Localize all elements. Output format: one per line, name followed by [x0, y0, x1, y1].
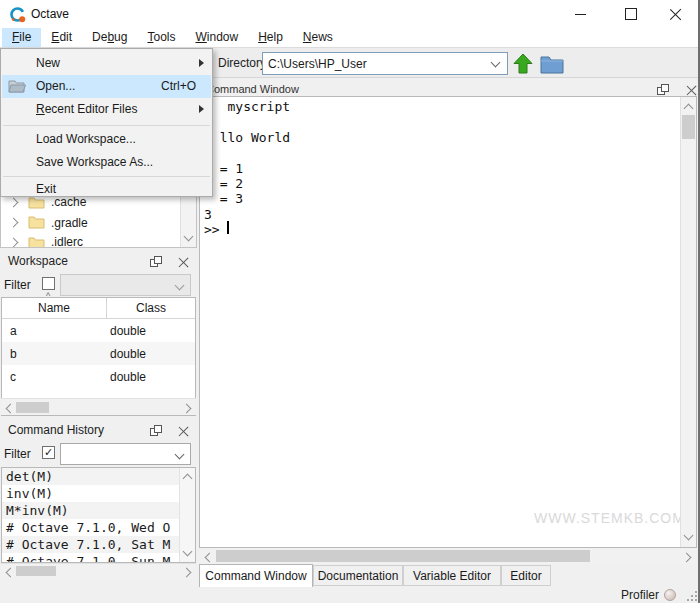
- resize-grip[interactable]: [687, 591, 697, 601]
- command-history-title: Command History: [8, 423, 104, 437]
- history-item[interactable]: det(M): [2, 468, 195, 485]
- command-history-undock-icon[interactable]: [150, 425, 162, 436]
- minimize-button[interactable]: [558, 0, 602, 28]
- command-window-vscrollbar[interactable]: [680, 97, 696, 547]
- menu-tools[interactable]: Tools: [137, 28, 185, 47]
- chevron-down-icon: [175, 450, 185, 460]
- scroll-left-icon[interactable]: [6, 568, 16, 578]
- directory-value: C:\Users\HP_User: [268, 57, 367, 71]
- var-class: double: [107, 342, 195, 365]
- table-row[interactable]: c double: [2, 365, 195, 388]
- column-header-class[interactable]: Class: [107, 298, 195, 318]
- close-button[interactable]: [655, 0, 697, 28]
- workspace-title: Workspace: [8, 254, 68, 268]
- command-window-close-icon[interactable]: [686, 85, 697, 96]
- workspace-filter-combobox[interactable]: [60, 274, 191, 296]
- scroll-right-icon[interactable]: [682, 553, 692, 563]
- menu-help[interactable]: Help: [248, 28, 293, 47]
- scroll-right-icon[interactable]: [182, 568, 192, 578]
- command-history-close-icon[interactable]: [178, 426, 189, 437]
- scroll-down-icon[interactable]: [183, 547, 193, 557]
- history-filter-checkbox[interactable]: ✓: [42, 446, 55, 459]
- table-row[interactable]: b double: [2, 342, 195, 365]
- folder-name: .idlerc: [51, 235, 83, 248]
- open-folder-icon: [8, 79, 28, 94]
- chevron-down-icon[interactable]: [491, 58, 501, 68]
- command-window-panel-title: Command Window: [206, 83, 299, 95]
- workspace-filter-label: Filter: [4, 278, 31, 292]
- history-item[interactable]: inv(M): [2, 485, 195, 502]
- file-browser-item-gradle[interactable]: .gradle: [1, 212, 179, 232]
- browse-directory-button[interactable]: [539, 53, 565, 75]
- command-window-hscrollbar[interactable]: [200, 548, 696, 564]
- history-item[interactable]: # Octave 7.1.0, Sun M: [2, 553, 195, 563]
- history-filter-combobox[interactable]: [60, 443, 191, 465]
- tab-command-window[interactable]: Command Window: [199, 564, 313, 587]
- expand-chevron-icon[interactable]: [9, 218, 19, 228]
- history-item[interactable]: # Octave 7.1.0, Wed O: [2, 519, 195, 536]
- command-window-undock-icon[interactable]: [657, 84, 669, 95]
- check-icon: ✓: [44, 446, 53, 458]
- var-name: c: [2, 365, 107, 388]
- menu-news[interactable]: News: [293, 28, 343, 47]
- menu-item-load-workspace[interactable]: Load Workspace...: [2, 128, 211, 151]
- octave-logo-icon: [9, 6, 26, 23]
- submenu-arrow-icon: [199, 59, 204, 67]
- history-vscrollbar[interactable]: [179, 468, 195, 562]
- folder-name: .gradle: [51, 216, 88, 230]
- history-item[interactable]: # Octave 7.1.0, Sat M: [2, 536, 195, 553]
- column-header-name[interactable]: Name: [2, 298, 107, 318]
- workspace-filter-checkbox[interactable]: [42, 277, 55, 290]
- scroll-up-icon[interactable]: [684, 104, 694, 114]
- workspace-undock-icon[interactable]: [150, 256, 162, 267]
- one-directory-up-button[interactable]: [512, 52, 534, 76]
- window-title: Octave: [31, 7, 69, 21]
- scroll-down-icon[interactable]: [184, 232, 194, 242]
- tab-editor[interactable]: Editor: [501, 565, 551, 586]
- scroll-up-icon[interactable]: [183, 474, 193, 484]
- file-browser-item-idlerc[interactable]: .idlerc: [1, 232, 179, 248]
- menu-item-recent-editor-files[interactable]: Recent Editor Files: [2, 98, 211, 121]
- scroll-right-icon[interactable]: [182, 404, 192, 414]
- scroll-left-icon[interactable]: [205, 553, 215, 563]
- history-hscrollbar[interactable]: [1, 563, 196, 578]
- workspace-close-icon[interactable]: [178, 257, 189, 268]
- folder-icon: [28, 195, 45, 209]
- tab-variable-editor[interactable]: Variable Editor: [403, 565, 501, 586]
- scroll-left-icon[interactable]: [6, 404, 16, 414]
- command-window-text[interactable]: myscript llo World = 1 = 2 = 3 3 >>: [204, 99, 290, 238]
- profiler-status-icon[interactable]: [664, 589, 676, 601]
- folder-name: .cache: [51, 195, 86, 209]
- minimize-icon: [575, 14, 586, 15]
- expand-chevron-icon[interactable]: [9, 238, 19, 248]
- scroll-down-icon[interactable]: [684, 531, 694, 541]
- menu-item-exit[interactable]: Exit: [2, 178, 211, 197]
- menu-separator: [3, 176, 210, 177]
- watermark: WWW.STEMKB.COM: [534, 510, 685, 526]
- maximize-icon: [625, 8, 637, 20]
- folder-icon: [28, 235, 45, 248]
- maximize-button[interactable]: [609, 0, 653, 28]
- menu-item-open[interactable]: Open... Ctrl+O: [2, 75, 211, 98]
- text-cursor: [227, 221, 229, 234]
- menu-item-save-workspace-as[interactable]: Save Workspace As...: [2, 151, 211, 174]
- workspace-hscrollbar[interactable]: [1, 398, 196, 415]
- menu-edit[interactable]: Edit: [41, 28, 82, 47]
- var-class: double: [107, 365, 195, 388]
- menu-file[interactable]: File: [2, 28, 41, 47]
- tab-documentation[interactable]: Documentation: [313, 565, 403, 586]
- menu-separator: [3, 125, 210, 126]
- menu-item-new[interactable]: New: [2, 52, 211, 75]
- file-menu-popup: New Open... Ctrl+O Recent Editor Files L…: [0, 48, 213, 197]
- chevron-down-icon: [175, 281, 185, 291]
- var-class: double: [107, 319, 195, 342]
- directory-combobox[interactable]: C:\Users\HP_User: [262, 52, 508, 75]
- expand-chevron-icon[interactable]: [9, 198, 19, 208]
- history-item[interactable]: M*inv(M): [2, 502, 195, 519]
- profiler-label: Profiler: [621, 588, 659, 602]
- menu-debug[interactable]: Debug: [82, 28, 137, 47]
- table-row[interactable]: a double: [2, 319, 195, 342]
- menu-bar: File Edit Debug Tools Window Help News: [0, 28, 698, 47]
- folder-icon: [28, 214, 45, 229]
- menu-window[interactable]: Window: [185, 28, 248, 47]
